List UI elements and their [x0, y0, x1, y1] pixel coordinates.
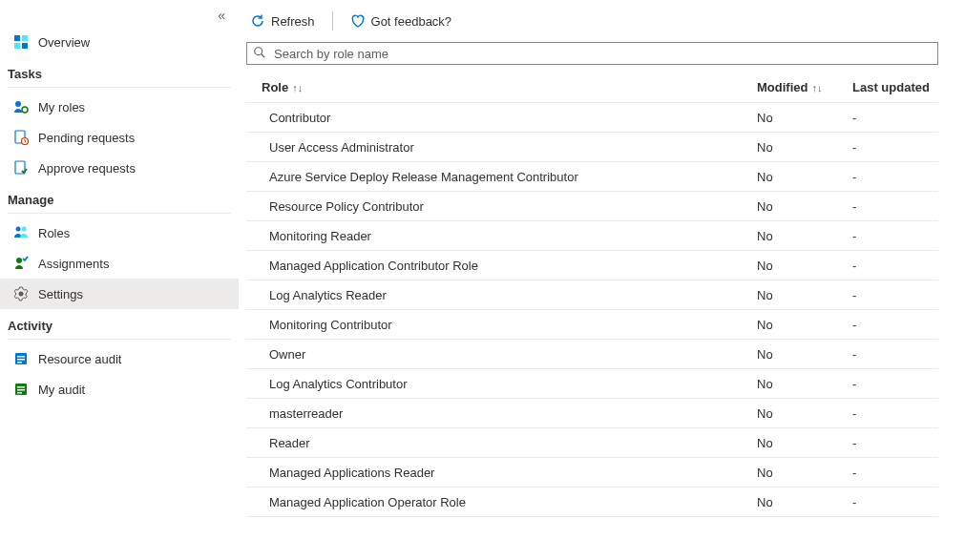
assignments-label: Assignments	[38, 257, 109, 271]
svg-rect-18	[17, 389, 25, 391]
table-row[interactable]: Managed Application Operator RoleNo-	[246, 487, 938, 517]
table-row[interactable]: masterreaderNo-	[246, 399, 938, 428]
svg-rect-0	[14, 35, 20, 41]
column-header-role[interactable]: Role ↑↓	[262, 80, 757, 94]
cell-modified: No	[757, 259, 852, 273]
cell-modified: No	[757, 406, 852, 421]
cell-last-updated: -	[852, 259, 938, 273]
sidebar-item-roles[interactable]: Roles	[0, 218, 239, 248]
approve-requests-label: Approve requests	[38, 161, 136, 176]
sidebar-item-my-roles[interactable]: My roles	[0, 92, 239, 122]
feedback-button[interactable]: Got feedback?	[346, 6, 456, 36]
table-row[interactable]: Managed Applications ReaderNo-	[246, 458, 938, 487]
table-row[interactable]: Resource Policy ContributorNo-	[246, 192, 938, 221]
overview-icon	[13, 34, 29, 50]
my-roles-label: My roles	[38, 100, 85, 114]
table-row[interactable]: Monitoring ContributorNo-	[246, 310, 938, 340]
approve-icon	[13, 160, 29, 176]
cell-role: Managed Application Contributor Role	[262, 259, 757, 273]
cell-last-updated: -	[852, 111, 938, 125]
svg-rect-13	[17, 356, 25, 358]
table-row[interactable]: Azure Service Deploy Release Management …	[246, 162, 938, 192]
column-header-last-updated[interactable]: Last updated	[852, 80, 938, 94]
svg-rect-1	[22, 35, 28, 41]
cell-modified: No	[757, 347, 852, 362]
svg-point-11	[16, 258, 22, 263]
collapse-sidebar-icon[interactable]: «	[218, 8, 225, 23]
svg-rect-3	[22, 43, 28, 49]
cell-last-updated: -	[852, 229, 938, 243]
cell-last-updated: -	[852, 377, 938, 391]
toolbar: Refresh Got feedback?	[239, 0, 938, 42]
cell-last-updated: -	[852, 436, 938, 450]
refresh-button[interactable]: Refresh	[246, 6, 319, 36]
cell-role: Owner	[262, 347, 757, 362]
table-row[interactable]: ReaderNo-	[246, 428, 938, 458]
sort-icon: ↑↓	[811, 82, 822, 93]
sidebar-item-my-audit[interactable]: My audit	[0, 374, 239, 404]
cell-last-updated: -	[852, 318, 938, 332]
cell-modified: No	[757, 170, 852, 184]
cell-role: Managed Application Operator Role	[262, 495, 757, 509]
sidebar-item-overview[interactable]: Overview	[0, 27, 239, 57]
cell-role: Reader	[262, 436, 757, 450]
my-audit-icon	[13, 382, 29, 397]
search-icon	[253, 46, 266, 62]
cell-modified: No	[757, 229, 852, 243]
svg-line-21	[262, 53, 265, 57]
sidebar-item-resource-audit[interactable]: Resource audit	[0, 343, 239, 374]
cell-role: Contributor	[262, 111, 757, 125]
sidebar-item-approve-requests[interactable]: Approve requests	[0, 153, 239, 183]
svg-rect-15	[17, 362, 22, 363]
search-box[interactable]	[246, 42, 938, 65]
cell-last-updated: -	[852, 170, 938, 184]
section-header-manage: Manage	[0, 183, 239, 213]
cell-last-updated: -	[852, 288, 938, 302]
table-row[interactable]: OwnerNo-	[246, 340, 938, 369]
sidebar-item-settings[interactable]: Settings	[0, 279, 239, 309]
overview-label: Overview	[38, 35, 90, 50]
table-row[interactable]: Log Analytics ContributorNo-	[246, 369, 938, 399]
cell-role: Log Analytics Contributor	[262, 377, 757, 391]
cell-role: Log Analytics Reader	[262, 288, 757, 302]
refresh-icon	[250, 13, 265, 29]
cell-modified: No	[757, 495, 852, 509]
refresh-label: Refresh	[271, 14, 315, 29]
svg-point-4	[15, 101, 21, 107]
column-header-modified[interactable]: Modified ↑↓	[757, 80, 852, 94]
divider	[8, 87, 231, 88]
pending-requests-label: Pending requests	[38, 131, 135, 145]
cell-role: Resource Policy Contributor	[262, 199, 757, 214]
svg-rect-19	[17, 392, 22, 394]
cell-modified: No	[757, 466, 852, 480]
svg-rect-14	[17, 359, 25, 361]
table-row[interactable]: Monitoring ReaderNo-	[246, 221, 938, 251]
resource-audit-icon	[13, 351, 29, 366]
table-row[interactable]: ContributorNo-	[246, 103, 938, 133]
gear-icon	[13, 286, 29, 301]
cell-role: Monitoring Reader	[262, 229, 757, 243]
roles-icon	[13, 225, 29, 240]
svg-point-20	[255, 47, 262, 54]
cell-role: Azure Service Deploy Release Management …	[262, 170, 757, 184]
cell-modified: No	[757, 436, 852, 450]
cell-role: Managed Applications Reader	[262, 466, 757, 480]
assignments-icon	[13, 256, 29, 271]
cell-last-updated: -	[852, 347, 938, 362]
table-row[interactable]: Log Analytics ReaderNo-	[246, 280, 938, 310]
table-row[interactable]: Managed Application Contributor RoleNo-	[246, 251, 938, 280]
sidebar: « Overview Tasks My roles Pending reques…	[0, 0, 239, 560]
sidebar-item-assignments[interactable]: Assignments	[0, 248, 239, 279]
cell-last-updated: -	[852, 140, 938, 155]
table-body: ContributorNo-User Access AdministratorN…	[246, 103, 938, 517]
table-row[interactable]: User Access AdministratorNo-	[246, 133, 938, 162]
cell-last-updated: -	[852, 466, 938, 480]
search-input[interactable]	[272, 46, 932, 62]
cell-modified: No	[757, 140, 852, 155]
sidebar-item-pending-requests[interactable]: Pending requests	[0, 122, 239, 153]
cell-last-updated: -	[852, 199, 938, 214]
my-audit-label: My audit	[38, 383, 85, 397]
section-header-activity: Activity	[0, 309, 239, 339]
cell-role: Monitoring Contributor	[262, 318, 757, 332]
cell-modified: No	[757, 377, 852, 391]
